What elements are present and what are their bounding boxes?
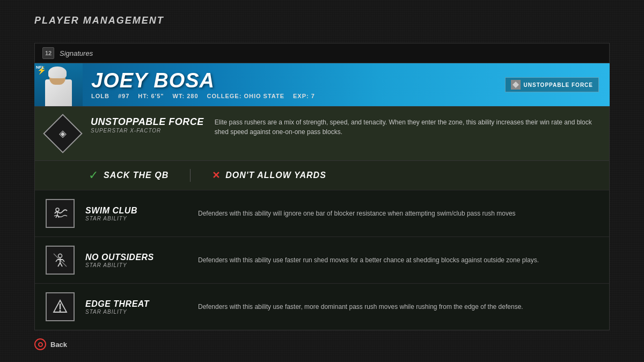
ability-badge-text: UNSTOPPABLE FORCE <box>524 82 593 88</box>
player-height: HT: 6'5" <box>138 93 164 99</box>
no-outsiders-title-block: NO OUTSIDERS STAR ABILITY <box>85 253 187 268</box>
requirements-row: ✓ SACK THE QB ✕ DON'T ALLOW YARDS <box>35 161 609 190</box>
player-header: NFL ⚡ JOEY BOSA LOLB #97 HT: 6'5" WT: 28… <box>34 63 610 106</box>
req-divider <box>190 169 191 182</box>
check-icon: ✓ <box>89 168 98 182</box>
back-button-icon <box>34 338 46 350</box>
no-outsiders-description: Defenders with this ability use faster r… <box>198 255 598 265</box>
xfactor-row: ◈ UNSTOPPABLE FORCE SUPERSTAR X-FACTOR E… <box>35 107 609 161</box>
player-exp: EXP: 7 <box>293 93 315 99</box>
swim-club-description: Defenders with this ability will ignore … <box>198 209 598 218</box>
ability-row-swim-club: SWIM CLUB STAR ABILITY Defenders with th… <box>35 190 609 237</box>
edge-threat-subtitle: STAR ABILITY <box>85 309 187 315</box>
back-button[interactable]: Back <box>34 338 67 350</box>
player-details: LOLB #97 HT: 6'5" WT: 280 COLLEGE: OHIO … <box>91 93 610 99</box>
xfactor-subtitle: SUPERSTAR X-FACTOR <box>91 128 204 134</box>
swim-club-title: SWIM CLUB <box>85 206 187 216</box>
svg-point-2 <box>58 254 62 258</box>
req-met-label: SACK THE QB <box>104 171 169 180</box>
signatures-bar: 12 Signatures <box>34 43 610 63</box>
back-label: Back <box>50 341 67 349</box>
ability-badge: UNSTOPPABLE FORCE <box>505 77 599 92</box>
edge-threat-description: Defenders with this ability use faster, … <box>198 302 598 312</box>
no-outsiders-icon <box>46 246 75 275</box>
swim-club-title-block: SWIM CLUB STAR ABILITY <box>85 206 187 221</box>
xfactor-title: UNSTOPPABLE FORCE <box>91 116 204 128</box>
ability-badge-icon <box>511 80 521 90</box>
back-circle-inner <box>38 342 43 347</box>
edge-threat-title: EDGE THREAT <box>85 299 187 309</box>
player-number: #97 <box>118 93 129 99</box>
x-icon: ✕ <box>212 169 220 181</box>
svg-point-5 <box>60 310 61 312</box>
page-title: PLAYER MANAGEMENT <box>34 15 164 26</box>
content-area: ◈ UNSTOPPABLE FORCE SUPERSTAR X-FACTOR E… <box>34 106 610 330</box>
signatures-badge: 12 <box>42 47 54 59</box>
swim-club-icon <box>46 199 75 228</box>
svg-marker-0 <box>513 82 519 88</box>
requirement-unmet: ✕ DON'T ALLOW YARDS <box>212 169 326 181</box>
svg-point-1 <box>56 208 59 211</box>
xfactor-icon: ◈ <box>46 116 80 151</box>
no-outsiders-title: NO OUTSIDERS <box>85 253 187 262</box>
xfactor-description: Elite pass rushers are a mix of strength… <box>215 116 598 137</box>
edge-threat-icon <box>46 292 75 321</box>
player-position: LOLB <box>91 93 109 99</box>
req-unmet-label: DON'T ALLOW YARDS <box>225 171 326 180</box>
no-outsiders-subtitle: STAR ABILITY <box>85 262 187 268</box>
ability-row-edge-threat: EDGE THREAT STAR ABILITY Defenders with … <box>35 284 609 330</box>
ability-row-no-outsiders: NO OUTSIDERS STAR ABILITY Defenders with… <box>35 237 609 284</box>
swim-club-subtitle: STAR ABILITY <box>85 216 187 221</box>
main-container: 12 Signatures NFL ⚡ JOEY BOSA LOLB #97 H… <box>34 43 610 330</box>
xfactor-title-block: UNSTOPPABLE FORCE SUPERSTAR X-FACTOR <box>91 116 204 134</box>
svg-line-3 <box>54 254 67 267</box>
xfactor-inner: ◈ UNSTOPPABLE FORCE SUPERSTAR X-FACTOR E… <box>46 116 598 151</box>
requirement-met: ✓ SACK THE QB <box>89 168 169 182</box>
player-weight: WT: 280 <box>173 93 199 99</box>
edge-threat-title-block: EDGE THREAT STAR ABILITY <box>85 299 187 315</box>
player-portrait: NFL ⚡ <box>34 63 83 106</box>
signatures-label: Signatures <box>60 49 93 57</box>
player-college: COLLEGE: OHIO STATE <box>207 93 284 99</box>
